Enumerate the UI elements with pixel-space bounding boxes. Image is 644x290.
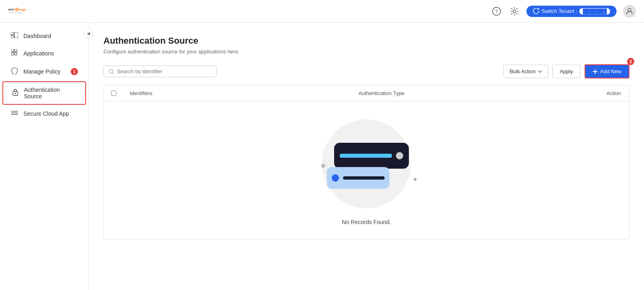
logo-icon: mini range REVERSE PROXY <box>8 2 26 20</box>
user-avatar[interactable] <box>623 5 636 18</box>
card-light-line <box>343 176 385 180</box>
switch-tenant-button[interactable]: Switch Tenant : ███████ <box>526 6 617 17</box>
svg-text:REVERSE PROXY: REVERSE PROXY <box>9 12 23 13</box>
svg-rect-14 <box>11 53 14 55</box>
table-header-action: Action <box>581 90 629 96</box>
settings-icon[interactable] <box>509 6 520 17</box>
applications-icon <box>11 49 19 57</box>
sidebar-item-applications[interactable]: Applications <box>2 45 86 62</box>
card-light-dot <box>332 174 339 182</box>
manage-policy-icon <box>11 67 19 76</box>
sidebar-item-secure-cloud-app-label: Secure Cloud App <box>23 110 69 117</box>
sidebar-badge-1: 1 <box>71 68 78 75</box>
add-new-label: Add New <box>600 68 621 74</box>
page-title: Authentication Source <box>103 36 629 46</box>
svg-line-22 <box>112 72 114 74</box>
table-header-identifiers: Identifiers <box>123 90 352 96</box>
svg-text:?: ? <box>495 8 498 14</box>
svg-rect-10 <box>11 36 14 38</box>
header-right: ? Switch Tenant : ███████ <box>491 5 636 18</box>
apply-label: Apply <box>560 68 573 74</box>
card-light <box>327 167 389 189</box>
svg-rect-15 <box>15 53 17 55</box>
sparkle-icon: ✦ <box>412 175 418 184</box>
refresh-icon <box>533 8 539 15</box>
main-content: Authentication Source Configure authenti… <box>89 23 644 290</box>
tenant-name: ███████ <box>579 8 610 15</box>
search-box[interactable] <box>103 66 217 77</box>
sidebar-item-authentication-source-label: Authentication Source <box>24 87 77 99</box>
svg-rect-9 <box>11 32 14 35</box>
sidebar-item-manage-policy[interactable]: Manage Policy 1 <box>2 63 86 80</box>
sidebar-item-dashboard[interactable]: Dashboard <box>2 28 86 44</box>
add-new-button[interactable]: Add New <box>585 64 629 78</box>
sidebar-item-authentication-source[interactable]: Authentication Source <box>2 81 86 105</box>
search-icon <box>109 69 114 74</box>
svg-text:mini: mini <box>8 8 14 11</box>
bulk-action-label: Bulk Action <box>509 68 535 74</box>
svg-rect-13 <box>15 49 17 52</box>
page-subtitle: Configure authentication source for your… <box>103 49 629 55</box>
chevron-down-icon <box>538 70 542 73</box>
card-dark-dot <box>396 152 403 159</box>
dashboard-icon <box>11 32 19 40</box>
apply-button[interactable]: Apply <box>552 65 581 78</box>
switch-tenant-label: Switch Tenant : <box>542 8 577 14</box>
svg-text:range: range <box>18 8 26 11</box>
svg-rect-11 <box>15 32 18 38</box>
svg-rect-12 <box>11 49 14 52</box>
layout: ◀ Dashboard Applications Manage Policy 1 <box>0 23 644 290</box>
bulk-action-button[interactable]: Bulk Action <box>503 65 548 78</box>
sidebar-item-secure-cloud-app[interactable]: Secure Cloud App <box>2 106 86 122</box>
dot-left <box>321 164 325 168</box>
svg-point-7 <box>513 10 516 13</box>
table-empty-state: ✦ No Records Found. <box>104 102 629 239</box>
top-header: mini range REVERSE PROXY ? Switch Tenant… <box>0 0 644 23</box>
sidebar-item-dashboard-label: Dashboard <box>23 33 51 39</box>
logo-area: mini range REVERSE PROXY <box>0 2 89 20</box>
svg-point-17 <box>15 93 16 94</box>
card-dark <box>334 143 409 169</box>
plus-icon <box>593 69 598 74</box>
svg-point-2 <box>16 8 18 10</box>
search-input[interactable] <box>117 68 211 74</box>
secure-cloud-app-icon <box>11 110 19 117</box>
sidebar: ◀ Dashboard Applications Manage Policy 1 <box>0 23 89 290</box>
empty-illustration: ✦ <box>310 115 423 212</box>
empty-message: No Records Found. <box>342 219 391 225</box>
sidebar-item-manage-policy-label: Manage Policy <box>23 68 61 75</box>
sidebar-item-applications-label: Applications <box>23 50 54 57</box>
toolbar: Bulk Action Apply Add New 2 <box>103 64 629 78</box>
table-header-auth-type: Authentication Type <box>352 90 581 96</box>
sidebar-toggle[interactable]: ◀ <box>84 28 93 38</box>
authentication-source-icon <box>11 89 19 97</box>
table-header-checkbox[interactable] <box>104 90 123 96</box>
card-dark-line <box>340 154 392 158</box>
help-icon[interactable]: ? <box>491 6 502 17</box>
toolbar-badge-2: 2 <box>627 58 634 65</box>
table-header: Identifiers Authentication Type Action <box>104 85 629 102</box>
select-all-checkbox[interactable] <box>111 91 116 96</box>
table-container: Identifiers Authentication Type Action <box>103 85 629 239</box>
